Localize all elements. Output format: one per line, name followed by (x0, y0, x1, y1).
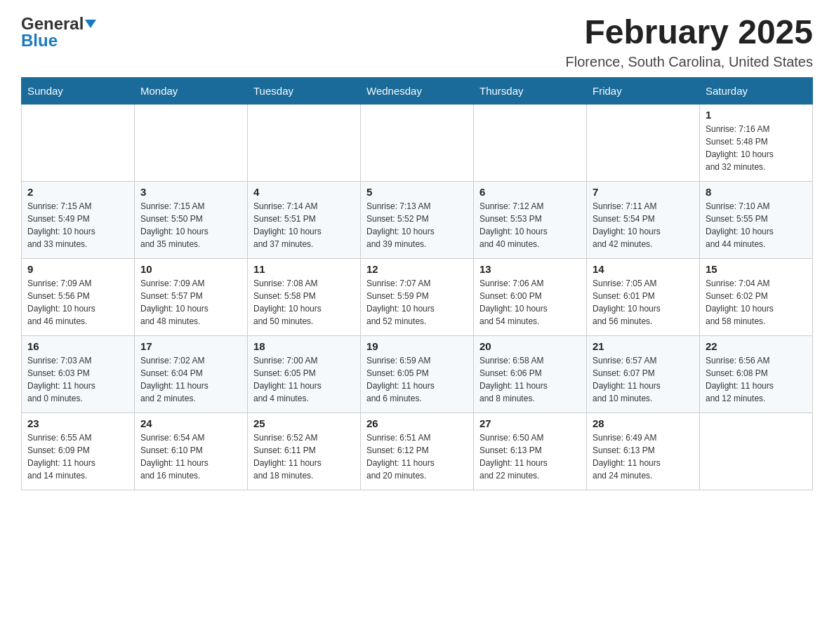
day-number: 24 (140, 417, 241, 429)
calendar-cell: 24Sunrise: 6:54 AM Sunset: 6:10 PM Dayli… (135, 412, 248, 490)
calendar-cell: 27Sunrise: 6:50 AM Sunset: 6:13 PM Dayli… (474, 412, 587, 490)
calendar-cell: 21Sunrise: 6:57 AM Sunset: 6:07 PM Dayli… (587, 335, 700, 412)
day-number: 6 (479, 186, 581, 198)
calendar-week-row: 23Sunrise: 6:55 AM Sunset: 6:09 PM Dayli… (22, 412, 813, 490)
calendar-cell (587, 104, 700, 181)
calendar-cell (135, 104, 248, 181)
day-info: Sunrise: 6:55 AM Sunset: 6:09 PM Dayligh… (27, 431, 128, 482)
day-number: 19 (366, 340, 468, 352)
day-number: 4 (253, 186, 355, 198)
day-number: 22 (706, 340, 807, 352)
weekday-header-friday: Friday (587, 77, 700, 104)
calendar-cell (248, 104, 361, 181)
weekday-header-sunday: Sunday (22, 77, 135, 104)
calendar-cell: 28Sunrise: 6:49 AM Sunset: 6:13 PM Dayli… (587, 412, 700, 490)
day-number: 10 (140, 263, 241, 275)
calendar-week-row: 2Sunrise: 7:15 AM Sunset: 5:49 PM Daylig… (22, 181, 813, 258)
day-info: Sunrise: 6:57 AM Sunset: 6:07 PM Dayligh… (593, 354, 694, 405)
calendar-cell (22, 104, 135, 181)
day-info: Sunrise: 7:05 AM Sunset: 6:01 PM Dayligh… (593, 277, 694, 328)
day-number: 13 (479, 263, 581, 275)
day-info: Sunrise: 6:50 AM Sunset: 6:13 PM Dayligh… (479, 431, 581, 482)
title-section: February 2025 Florence, South Carolina, … (566, 14, 813, 70)
day-info: Sunrise: 7:07 AM Sunset: 5:59 PM Dayligh… (366, 277, 468, 328)
calendar-cell: 7Sunrise: 7:11 AM Sunset: 5:54 PM Daylig… (587, 181, 700, 258)
day-number: 17 (140, 340, 241, 352)
logo-blue-text: Blue (21, 31, 58, 51)
day-info: Sunrise: 7:10 AM Sunset: 5:55 PM Dayligh… (706, 200, 807, 250)
day-number: 27 (479, 417, 581, 429)
calendar-cell: 25Sunrise: 6:52 AM Sunset: 6:11 PM Dayli… (248, 412, 361, 490)
day-number: 12 (366, 263, 468, 275)
day-number: 5 (366, 186, 468, 198)
calendar-cell: 12Sunrise: 7:07 AM Sunset: 5:59 PM Dayli… (361, 258, 474, 335)
day-number: 16 (27, 340, 128, 352)
day-info: Sunrise: 7:13 AM Sunset: 5:52 PM Dayligh… (366, 200, 468, 250)
weekday-header-tuesday: Tuesday (248, 77, 361, 104)
logo: General Blue (21, 14, 96, 51)
calendar-cell: 5Sunrise: 7:13 AM Sunset: 5:52 PM Daylig… (361, 181, 474, 258)
logo-triangle-icon (85, 20, 96, 28)
location-text: Florence, South Carolina, United States (566, 54, 813, 70)
day-info: Sunrise: 7:06 AM Sunset: 6:00 PM Dayligh… (479, 277, 581, 328)
day-number: 3 (140, 186, 241, 198)
calendar-table: SundayMondayTuesdayWednesdayThursdayFrid… (21, 77, 813, 490)
day-number: 18 (253, 340, 355, 352)
calendar-week-row: 1Sunrise: 7:16 AM Sunset: 5:48 PM Daylig… (22, 104, 813, 181)
calendar-cell (700, 412, 813, 490)
day-number: 21 (593, 340, 694, 352)
calendar-cell: 14Sunrise: 7:05 AM Sunset: 6:01 PM Dayli… (587, 258, 700, 335)
day-number: 26 (366, 417, 468, 429)
calendar-cell: 10Sunrise: 7:09 AM Sunset: 5:57 PM Dayli… (135, 258, 248, 335)
calendar-cell: 11Sunrise: 7:08 AM Sunset: 5:58 PM Dayli… (248, 258, 361, 335)
calendar-cell: 1Sunrise: 7:16 AM Sunset: 5:48 PM Daylig… (700, 104, 813, 181)
weekday-header-row: SundayMondayTuesdayWednesdayThursdayFrid… (22, 77, 813, 104)
calendar-cell: 23Sunrise: 6:55 AM Sunset: 6:09 PM Dayli… (22, 412, 135, 490)
calendar-cell: 6Sunrise: 7:12 AM Sunset: 5:53 PM Daylig… (474, 181, 587, 258)
day-info: Sunrise: 7:09 AM Sunset: 5:56 PM Dayligh… (27, 277, 128, 328)
day-info: Sunrise: 7:00 AM Sunset: 6:05 PM Dayligh… (253, 354, 355, 405)
calendar-cell: 3Sunrise: 7:15 AM Sunset: 5:50 PM Daylig… (135, 181, 248, 258)
weekday-header-saturday: Saturday (700, 77, 813, 104)
day-number: 28 (593, 417, 694, 429)
calendar-week-row: 9Sunrise: 7:09 AM Sunset: 5:56 PM Daylig… (22, 258, 813, 335)
calendar-cell: 17Sunrise: 7:02 AM Sunset: 6:04 PM Dayli… (135, 335, 248, 412)
day-number: 1 (706, 109, 807, 121)
day-number: 7 (593, 186, 694, 198)
calendar-cell (361, 104, 474, 181)
day-info: Sunrise: 7:02 AM Sunset: 6:04 PM Dayligh… (140, 354, 241, 405)
day-info: Sunrise: 7:08 AM Sunset: 5:58 PM Dayligh… (253, 277, 355, 328)
calendar-cell: 8Sunrise: 7:10 AM Sunset: 5:55 PM Daylig… (700, 181, 813, 258)
day-info: Sunrise: 6:58 AM Sunset: 6:06 PM Dayligh… (479, 354, 581, 405)
day-info: Sunrise: 6:51 AM Sunset: 6:12 PM Dayligh… (366, 431, 468, 482)
day-info: Sunrise: 7:11 AM Sunset: 5:54 PM Dayligh… (593, 200, 694, 250)
day-info: Sunrise: 6:52 AM Sunset: 6:11 PM Dayligh… (253, 431, 355, 482)
day-info: Sunrise: 7:15 AM Sunset: 5:50 PM Dayligh… (140, 200, 241, 250)
calendar-cell: 2Sunrise: 7:15 AM Sunset: 5:49 PM Daylig… (22, 181, 135, 258)
calendar-cell: 4Sunrise: 7:14 AM Sunset: 5:51 PM Daylig… (248, 181, 361, 258)
day-info: Sunrise: 6:54 AM Sunset: 6:10 PM Dayligh… (140, 431, 241, 482)
calendar-cell: 13Sunrise: 7:06 AM Sunset: 6:00 PM Dayli… (474, 258, 587, 335)
calendar-cell: 22Sunrise: 6:56 AM Sunset: 6:08 PM Dayli… (700, 335, 813, 412)
calendar-cell: 15Sunrise: 7:04 AM Sunset: 6:02 PM Dayli… (700, 258, 813, 335)
weekday-header-wednesday: Wednesday (361, 77, 474, 104)
day-info: Sunrise: 7:16 AM Sunset: 5:48 PM Dayligh… (706, 123, 807, 173)
day-number: 20 (479, 340, 581, 352)
calendar-cell (474, 104, 587, 181)
calendar-cell: 20Sunrise: 6:58 AM Sunset: 6:06 PM Dayli… (474, 335, 587, 412)
day-number: 8 (706, 186, 807, 198)
day-info: Sunrise: 7:04 AM Sunset: 6:02 PM Dayligh… (706, 277, 807, 328)
calendar-cell: 9Sunrise: 7:09 AM Sunset: 5:56 PM Daylig… (22, 258, 135, 335)
calendar-cell: 18Sunrise: 7:00 AM Sunset: 6:05 PM Dayli… (248, 335, 361, 412)
day-number: 14 (593, 263, 694, 275)
calendar-cell: 16Sunrise: 7:03 AM Sunset: 6:03 PM Dayli… (22, 335, 135, 412)
calendar-cell: 19Sunrise: 6:59 AM Sunset: 6:05 PM Dayli… (361, 335, 474, 412)
day-info: Sunrise: 7:03 AM Sunset: 6:03 PM Dayligh… (27, 354, 128, 405)
day-info: Sunrise: 7:09 AM Sunset: 5:57 PM Dayligh… (140, 277, 241, 328)
month-title: February 2025 (566, 14, 813, 51)
day-number: 15 (706, 263, 807, 275)
day-info: Sunrise: 6:56 AM Sunset: 6:08 PM Dayligh… (706, 354, 807, 405)
day-number: 11 (253, 263, 355, 275)
day-info: Sunrise: 6:49 AM Sunset: 6:13 PM Dayligh… (593, 431, 694, 482)
page-header: General Blue February 2025 Florence, Sou… (21, 14, 813, 70)
